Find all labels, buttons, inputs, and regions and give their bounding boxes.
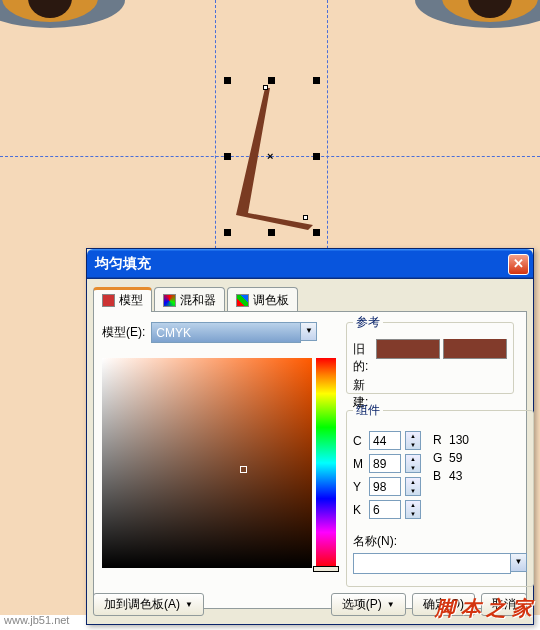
chevron-down-icon: ▼ [387,600,395,609]
model-combo[interactable]: CMYK [151,322,301,343]
selection-handle[interactable] [224,77,231,84]
y-input[interactable] [369,477,401,496]
name-label: 名称(N): [353,533,527,550]
old-color-label: 旧的: [353,341,370,375]
model-tab-icon [102,294,115,307]
tab-palette[interactable]: 调色板 [227,287,298,312]
name-combo[interactable] [353,553,511,574]
components-fieldset: 组件 C▲▼ M▲▼ Y▲▼ K▲▼ R130 G59 B43 名称(N): [346,402,534,587]
reference-legend: 参考 [353,314,383,331]
selection-handle[interactable] [268,77,275,84]
color-picker-area[interactable] [102,358,312,568]
reference-fieldset: 参考 旧的: 新建: [346,314,514,394]
m-input[interactable] [369,454,401,473]
tabs-bar: 模型 混和器 调色板 [93,287,527,312]
y-label: Y [353,480,365,494]
m-spinner[interactable]: ▲▼ [405,454,421,473]
center-marker: × [267,150,273,162]
node-handle[interactable] [303,215,308,220]
k-input[interactable] [369,500,401,519]
old-color-swatch [376,339,440,359]
combo-value: CMYK [156,326,191,340]
close-button[interactable]: ✕ [508,254,529,275]
selection-handle[interactable] [313,229,320,236]
b-label: B [433,469,445,483]
y-spinner[interactable]: ▲▼ [405,477,421,496]
chevron-down-icon: ▼ [185,600,193,609]
dialog-titlebar[interactable]: 均匀填充 ✕ [87,249,533,279]
selection-handle[interactable] [224,153,231,160]
hue-strip[interactable] [316,358,336,568]
new-color-swatch [443,339,507,359]
watermark-text: 脚 本 之 家 [435,595,532,622]
k-spinner[interactable]: ▲▼ [405,500,421,519]
watermark-url: www.jb51.net [4,614,69,626]
selection-handle[interactable] [313,153,320,160]
eye-illustration-left [0,0,140,40]
selection-handle[interactable] [313,77,320,84]
model-label: 模型(E): [102,324,145,341]
m-label: M [353,457,365,471]
tab-mixer[interactable]: 混和器 [154,287,225,312]
node-handle[interactable] [263,85,268,90]
dialog-title: 均匀填充 [95,255,508,273]
add-to-palette-button[interactable]: 加到调色板(A)▼ [93,593,204,616]
c-label: C [353,434,365,448]
selection-handle[interactable] [224,229,231,236]
tab-model[interactable]: 模型 [93,287,152,312]
k-label: K [353,503,365,517]
eye-illustration-right [400,0,540,40]
tab-content: 模型(E): CMYK ▼ 参考 旧的: 新建: [93,311,527,609]
tab-label: 调色板 [253,292,289,309]
c-input[interactable] [369,431,401,450]
mixer-tab-icon [163,294,176,307]
nose-shape[interactable] [230,85,320,230]
hue-slider[interactable] [313,566,339,572]
uniform-fill-dialog: 均匀填充 ✕ 模型 混和器 调色板 模型(E): CMYK ▼ 参考 旧的: 新… [86,248,534,625]
selection-handle[interactable] [268,229,275,236]
tab-label: 混和器 [180,292,216,309]
g-value: 59 [449,451,462,465]
b-value: 43 [449,469,462,483]
components-legend: 组件 [353,402,383,419]
name-combo-button[interactable]: ▼ [510,553,527,572]
options-button[interactable]: 选项(P)▼ [331,593,406,616]
palette-tab-icon [236,294,249,307]
c-spinner[interactable]: ▲▼ [405,431,421,450]
tab-label: 模型 [119,292,143,309]
r-label: R [433,433,445,447]
combo-dropdown-button[interactable]: ▼ [300,322,317,341]
g-label: G [433,451,445,465]
r-value: 130 [449,433,469,447]
picker-cursor[interactable] [240,466,247,473]
